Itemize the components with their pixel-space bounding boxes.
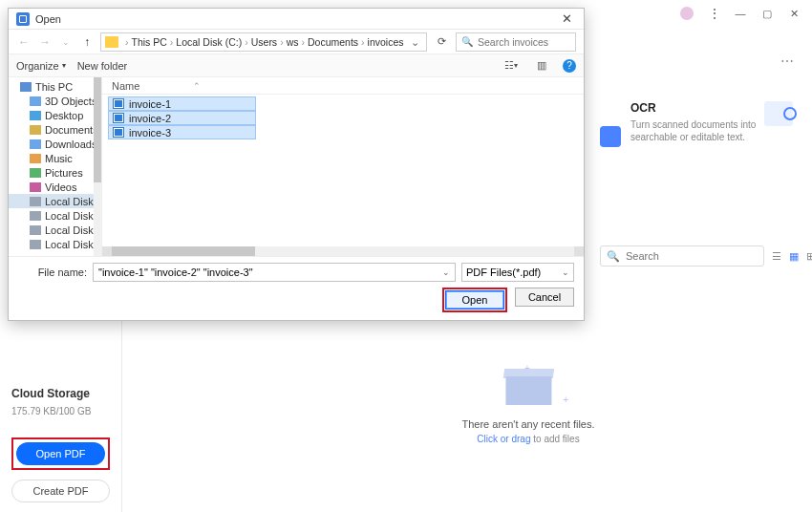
- breadcrumb[interactable]: › This PC› Local Disk (C:)› Users› ws› D…: [100, 32, 427, 52]
- maximize-button[interactable]: ▢: [755, 4, 780, 23]
- file-list-area: Name ⌃ invoice-1invoice-2invoice-3: [102, 77, 584, 256]
- sort-icon[interactable]: ⊞: [806, 247, 812, 265]
- breadcrumb-item[interactable]: ws: [287, 36, 299, 48]
- tree-item[interactable]: 3D Objects: [9, 94, 101, 108]
- breadcrumb-dropdown-icon[interactable]: ⌄: [408, 36, 422, 48]
- dialog-toolbar: Organize ▾ New folder ☷ ▾ ▥ ?: [9, 54, 584, 77]
- dialog-title: Open: [35, 13, 61, 25]
- search-input[interactable]: [626, 250, 758, 262]
- dialog-close-icon[interactable]: ✕: [558, 11, 576, 26]
- pdf-file-icon: [113, 98, 124, 109]
- nav-forward-icon[interactable]: →: [37, 35, 53, 49]
- tree-item-label: 3D Objects: [45, 96, 96, 107]
- more-icon[interactable]: ⋯: [780, 53, 795, 69]
- create-pdf-button[interactable]: Create PDF: [11, 480, 110, 502]
- file-open-dialog: Open ✕ ← → ⌄ ↑ › This PC› Local Disk (C:…: [8, 8, 585, 321]
- preview-pane-icon[interactable]: ▥: [532, 58, 551, 74]
- breadcrumb-item[interactable]: Local Disk (C:): [176, 36, 242, 48]
- empty-message: There aren't any recent files.: [461, 418, 594, 430]
- ocr-icon: [764, 101, 793, 126]
- search-icon: 🔍: [461, 36, 473, 47]
- view-mode-icon[interactable]: ☷ ▾: [502, 58, 521, 74]
- file-name: invoice-2: [129, 113, 171, 124]
- tree-item[interactable]: This PC: [9, 79, 101, 94]
- chevron-down-icon: ▾: [62, 61, 66, 70]
- horizontal-scrollbar[interactable]: [102, 246, 584, 256]
- tree-item[interactable]: Local Disk (D:): [9, 208, 101, 223]
- pic-icon: [30, 168, 41, 178]
- tree-item[interactable]: Music: [9, 151, 101, 165]
- open-pdf-button[interactable]: Open PDF: [16, 442, 105, 465]
- tree-item-label: Downloads: [45, 139, 96, 150]
- folder-tree[interactable]: This PC3D ObjectsDesktopDocumentsDownloa…: [9, 77, 102, 256]
- column-header[interactable]: Name ⌃: [102, 77, 584, 95]
- close-button[interactable]: ✕: [781, 4, 806, 23]
- tree-item[interactable]: Local Disk (E:): [9, 223, 101, 237]
- nav-refresh-icon[interactable]: ⟳: [433, 35, 450, 48]
- empty-box-icon: + +: [498, 369, 559, 407]
- doc-icon: [30, 125, 41, 135]
- search-icon: 🔍: [607, 250, 620, 263]
- mus-icon: [30, 154, 41, 163]
- tree-item-label: Pictures: [45, 167, 83, 179]
- tree-item[interactable]: Desktop: [9, 108, 101, 122]
- open-button[interactable]: Open: [445, 290, 504, 309]
- tree-item[interactable]: Downloads: [9, 137, 101, 151]
- file-row[interactable]: invoice-3: [108, 125, 256, 139]
- dialog-app-icon: [16, 12, 30, 26]
- tree-item[interactable]: Documents: [9, 122, 101, 137]
- chevron-down-icon[interactable]: ⌄: [442, 267, 450, 277]
- dialog-search-input[interactable]: [478, 36, 570, 48]
- desk-icon: [30, 111, 41, 120]
- cloud-storage-title: Cloud Storage: [11, 387, 110, 400]
- tree-item-label: Music: [45, 153, 73, 164]
- nav-back-icon[interactable]: ←: [16, 35, 32, 49]
- empty-hint[interactable]: Click or drag to add files: [477, 434, 579, 444]
- feature-badge-icon: [600, 126, 621, 147]
- empty-state: + + There aren't any recent files. Click…: [461, 369, 594, 444]
- new-folder-button[interactable]: New folder: [77, 60, 128, 72]
- cloud-storage-usage: 175.79 KB/100 GB: [11, 406, 110, 416]
- dialog-footer: File name: "invoice-1" "invoice-2" "invo…: [9, 256, 584, 320]
- file-row[interactable]: invoice-1: [108, 96, 256, 111]
- dialog-search[interactable]: 🔍: [456, 32, 576, 52]
- list-view-icon[interactable]: ☰: [772, 247, 781, 265]
- kebab-menu-icon[interactable]: ⋮: [701, 4, 726, 23]
- avatar[interactable]: [680, 7, 694, 20]
- disk-icon: [30, 197, 41, 206]
- tree-item[interactable]: Pictures: [9, 165, 101, 180]
- tree-item[interactable]: Local Disk (C:): [9, 194, 101, 208]
- breadcrumb-item[interactable]: Documents: [308, 36, 358, 48]
- nav-recent-icon[interactable]: ⌄: [58, 37, 74, 47]
- ocr-feature-card[interactable]: OCR Turn scanned documents into searchab…: [630, 101, 793, 143]
- tree-item[interactable]: Videos: [9, 180, 101, 194]
- disk-icon: [30, 240, 41, 249]
- column-name[interactable]: Name: [112, 80, 139, 92]
- breadcrumb-item[interactable]: Users: [251, 36, 277, 48]
- vid-icon: [30, 182, 41, 192]
- breadcrumb-item[interactable]: invoices: [368, 36, 404, 48]
- search-box[interactable]: 🔍: [600, 245, 764, 267]
- tree-item-label: Videos: [45, 181, 76, 193]
- grid-view-icon[interactable]: ▦: [789, 247, 799, 265]
- pdf-file-icon: [113, 113, 124, 123]
- file-list[interactable]: invoice-1invoice-2invoice-3: [102, 95, 584, 246]
- filename-input[interactable]: "invoice-1" "invoice-2" "invoice-3" ⌄: [93, 263, 456, 282]
- file-name: invoice-3: [129, 127, 171, 139]
- pc-icon: [20, 82, 32, 92]
- pdf-file-icon: [113, 127, 124, 138]
- minimize-button[interactable]: —: [728, 4, 753, 23]
- breadcrumb-item[interactable]: This PC: [132, 36, 167, 48]
- file-row[interactable]: invoice-2: [108, 111, 256, 125]
- dl-icon: [30, 139, 41, 149]
- obj-icon: [30, 96, 41, 106]
- feature-desc: Turn scanned documents into searchable o…: [630, 118, 757, 143]
- filetype-select[interactable]: PDF Files(*.pdf) ⌄: [461, 263, 574, 282]
- tree-item[interactable]: Local Disk (F:): [9, 237, 101, 251]
- nav-up-icon[interactable]: ↑: [79, 35, 95, 49]
- tree-item-label: Desktop: [45, 110, 83, 121]
- organize-menu[interactable]: Organize ▾: [16, 60, 66, 72]
- cancel-button[interactable]: Cancel: [515, 288, 574, 307]
- open-pdf-highlight: Open PDF: [11, 437, 110, 470]
- help-icon[interactable]: ?: [563, 59, 576, 73]
